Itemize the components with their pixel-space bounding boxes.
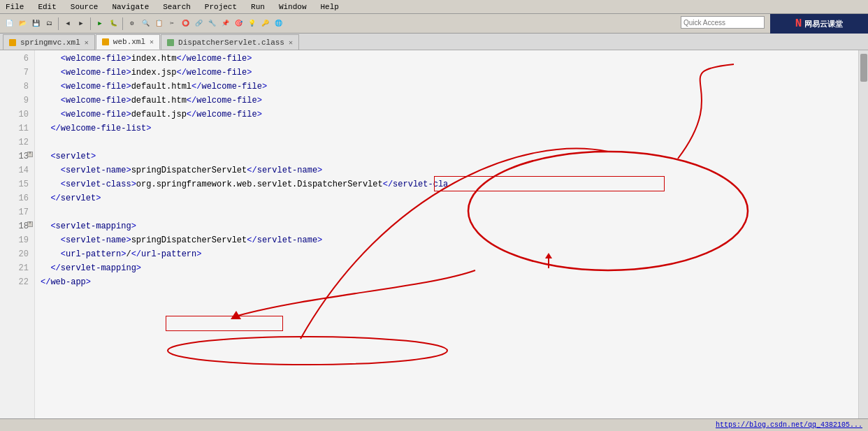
- toolbar-group-1: 📄 📂 💾 🗂: [3, 17, 55, 30]
- webxml-tab-icon: [102, 38, 109, 45]
- code-line-18: <servlet-mapping>: [35, 219, 858, 233]
- code-line-15: <servlet-class>org.springframework.web.s…: [35, 177, 858, 191]
- springmvc-tab-icon: [9, 39, 16, 46]
- tb-icon-5[interactable]: ⭕: [179, 17, 191, 30]
- menu-help[interactable]: Help: [317, 2, 341, 12]
- code-line-22: </web-app>: [35, 275, 858, 289]
- sep1: [58, 17, 59, 30]
- tb-icon-12[interactable]: 🌐: [272, 17, 284, 30]
- tab-dispatcherservlet-label: DispatcherServlet.class: [178, 38, 284, 47]
- code-line-11: </welcome-file-list>: [35, 122, 858, 136]
- status-bar: https://blog.csdn.net/qq_4382105...: [0, 418, 868, 431]
- quick-access-input[interactable]: [681, 16, 765, 29]
- code-line-10: <welcome-file>default.jsp</welcome-file>: [35, 108, 858, 122]
- new-button[interactable]: 📄: [3, 17, 15, 30]
- tabs-bar: springmvc.xml ✕ web.xml ✕ DispatcherServ…: [0, 34, 868, 50]
- sep2: [90, 17, 91, 30]
- line-num-15: 15: [0, 177, 34, 191]
- tab-webxml[interactable]: web.xml ✕: [96, 34, 160, 50]
- highlight-box-url-pattern: [166, 316, 283, 331]
- menu-run[interactable]: Run: [248, 2, 268, 12]
- svg-point-1: [168, 337, 447, 365]
- tab-springmvc[interactable]: springmvc.xml ✕: [3, 34, 95, 50]
- toolbar: 📄 📂 💾 🗂 ◀ ▶ ▶ 🐛 ⚙ 🔍 📋 ✂ ⭕ 🔗 🔧 📌 🎯 💡 🔑 🌐 …: [0, 14, 868, 34]
- save-button[interactable]: 💾: [29, 17, 42, 30]
- tb-icon-6[interactable]: 🔗: [192, 17, 205, 30]
- line-num-7: 7: [0, 66, 34, 80]
- sep3: [122, 17, 123, 30]
- quick-access-area: [681, 16, 765, 29]
- debug-button[interactable]: 🐛: [107, 17, 120, 30]
- toolbar-group-3: ▶ 🐛: [94, 17, 120, 30]
- code-line-9: <welcome-file>default.htm</welcome-file>: [35, 94, 858, 108]
- line-num-9: 9: [0, 94, 34, 108]
- line-num-18: 18 °: [0, 219, 34, 233]
- line-num-14: 14: [0, 163, 34, 177]
- save-all-button[interactable]: 🗂: [43, 17, 55, 30]
- line-num-13: 13 °: [0, 149, 34, 163]
- menu-window[interactable]: Window: [276, 2, 310, 12]
- tb-icon-9[interactable]: 🎯: [232, 17, 245, 30]
- code-content[interactable]: <welcome-file>index.htm</welcome-file> <…: [35, 50, 858, 431]
- tb-icon-11[interactable]: 🔑: [259, 17, 271, 30]
- tb-icon-1[interactable]: ⚙: [126, 17, 138, 30]
- menu-navigate[interactable]: Navigate: [109, 2, 152, 12]
- scrollbar-thumb[interactable]: [860, 54, 867, 82]
- status-link[interactable]: https://blog.csdn.net/qq_4382105...: [716, 421, 862, 429]
- line-num-20: 20: [0, 247, 34, 261]
- line-num-6: 6: [0, 52, 34, 66]
- open-button[interactable]: 📂: [16, 17, 29, 30]
- toolbar-group-2: ◀ ▶: [62, 17, 87, 30]
- menu-source[interactable]: Source: [68, 2, 101, 12]
- code-line-13: <servlet>: [35, 149, 858, 163]
- code-line-20: <url-pattern>/</url-pattern>: [35, 247, 858, 261]
- tb-icon-7[interactable]: 🔧: [205, 17, 218, 30]
- editor-area: 6 7 8 9 10 11 12 13 ° 14 15 16 17 18 ° 1…: [0, 50, 868, 431]
- line-num-10: 10: [0, 108, 34, 122]
- logo-text: 网易云课堂: [804, 19, 843, 29]
- code-line-21: </servlet-mapping>: [35, 261, 858, 275]
- run-button[interactable]: ▶: [94, 17, 106, 30]
- code-line-16: </servlet>: [35, 191, 858, 205]
- tb-icon-4[interactable]: ✂: [166, 17, 178, 30]
- line-num-21: 21: [0, 261, 34, 275]
- tab-webxml-close[interactable]: ✕: [150, 38, 154, 46]
- code-line-7: <welcome-file>index.jsp</welcome-file>: [35, 66, 858, 80]
- line-num-11: 11: [0, 122, 34, 136]
- tb-icon-3[interactable]: 📋: [152, 17, 165, 30]
- menu-project[interactable]: Project: [202, 2, 240, 12]
- tab-springmvc-label: springmvc.xml: [20, 38, 80, 47]
- menu-bar: File Edit Source Navigate Search Project…: [0, 0, 868, 14]
- code-line-17: [35, 205, 858, 219]
- logo-area: N 网易云课堂: [770, 14, 868, 34]
- svg-marker-2: [231, 311, 241, 319]
- tb-icon-2[interactable]: 🔍: [139, 17, 152, 30]
- code-line-6: <welcome-file>index.htm</welcome-file>: [35, 52, 858, 66]
- code-line-8: <welcome-file>default.html</welcome-file…: [35, 80, 858, 94]
- menu-edit[interactable]: Edit: [35, 2, 59, 12]
- tab-dispatcherservlet[interactable]: DispatcherServlet.class ✕: [161, 34, 299, 50]
- tb-icon-8[interactable]: 📌: [219, 17, 231, 30]
- back-button[interactable]: ◀: [62, 17, 74, 30]
- vertical-scrollbar[interactable]: [858, 50, 868, 431]
- line-num-22: 22: [0, 275, 34, 289]
- menu-search[interactable]: Search: [160, 2, 194, 12]
- toolbar-group-4: ⚙ 🔍 📋 ✂ ⭕ 🔗 🔧 📌 🎯 💡 🔑 🌐: [126, 17, 284, 30]
- tab-springmvc-close[interactable]: ✕: [85, 38, 89, 47]
- code-line-19: <servlet-name>springDispatcherServlet</s…: [35, 233, 858, 247]
- line-numbers: 6 7 8 9 10 11 12 13 ° 14 15 16 17 18 ° 1…: [0, 50, 35, 431]
- tab-webxml-label: web.xml: [113, 38, 145, 46]
- code-line-14: <servlet-name>springDispatcherServlet</s…: [35, 163, 858, 177]
- line-num-16: 16: [0, 191, 34, 205]
- menu-file[interactable]: File: [3, 2, 27, 12]
- line-num-19: 19: [0, 233, 34, 247]
- tb-icon-10[interactable]: 💡: [245, 17, 258, 30]
- code-line-12: [35, 136, 858, 149]
- dispatcher-tab-icon: [167, 39, 174, 46]
- tab-dispatcherservlet-close[interactable]: ✕: [289, 38, 293, 47]
- forward-button[interactable]: ▶: [75, 17, 87, 30]
- line-num-8: 8: [0, 80, 34, 94]
